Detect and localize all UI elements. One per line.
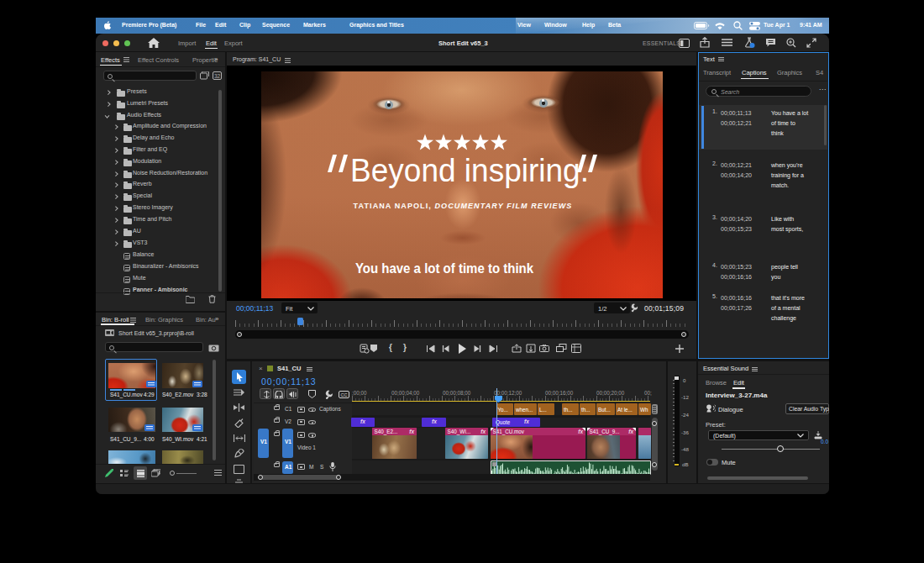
svg-text:CC: CC xyxy=(341,392,348,397)
